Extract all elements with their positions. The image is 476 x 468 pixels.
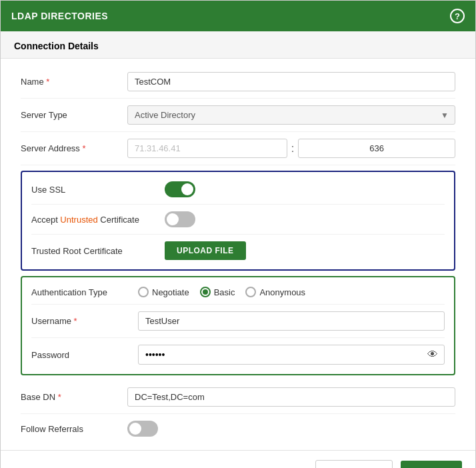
radio-basic[interactable]: Basic [200, 287, 235, 297]
cancel-button[interactable]: CANCEL [315, 460, 392, 468]
auth-type-row: Authentication Type Negotiate Basic [31, 280, 445, 305]
server-type-select-wrapper: Active Directory OpenLDAP ▼ [127, 105, 455, 125]
name-required: * [46, 77, 49, 87]
radio-anonymous-circle [245, 287, 256, 297]
dialog-body: Connection Details Name * Server Type Ac… [1, 31, 475, 450]
server-address-group: : [127, 139, 455, 158]
server-type-select[interactable]: Active Directory OpenLDAP [127, 105, 455, 125]
follow-referrals-row: Follow Referrals [21, 414, 455, 443]
help-icon[interactable]: ? [450, 9, 465, 23]
accept-untrusted-row: Accept Untrusted Certificate [31, 205, 445, 235]
dialog-footer: CANCEL SAVE [1, 450, 475, 468]
follow-referrals-toggle[interactable] [127, 421, 158, 437]
basedn-label: Base DN * [21, 392, 127, 402]
name-row: Name * [21, 65, 455, 99]
auth-type-label: Authentication Type [31, 287, 138, 297]
username-required: * [74, 316, 77, 326]
use-ssl-knob [181, 183, 193, 195]
radio-basic-label: Basic [214, 287, 235, 297]
untrusted-highlight: Untrusted [60, 215, 97, 225]
use-ssl-label: Use SSL [31, 185, 165, 195]
dialog-header: LDAP DIRECTORIES ? [1, 1, 475, 31]
username-row: Username * [31, 305, 445, 338]
auth-type-radio-group: Negotiate Basic Anonymous [138, 287, 305, 297]
radio-anonymous[interactable]: Anonymous [245, 287, 305, 297]
server-address-required: * [83, 143, 86, 153]
password-label: Password [31, 350, 138, 360]
radio-negotiate[interactable]: Negotiate [138, 287, 189, 297]
server-type-label: Server Type [21, 110, 127, 120]
dialog-title: LDAP DIRECTORIES [11, 11, 108, 21]
trusted-root-label: Trusted Root Certificate [31, 246, 165, 256]
form-area: Name * Server Type Active Directory Open… [1, 59, 475, 450]
server-address-label: Server Address * [21, 143, 127, 153]
password-wrapper: 👁 [138, 345, 445, 365]
server-type-row: Server Type Active Directory OpenLDAP ▼ [21, 99, 455, 132]
radio-basic-circle [200, 287, 211, 297]
save-button[interactable]: SAVE [401, 461, 462, 468]
server-address-input[interactable] [127, 139, 287, 158]
follow-referrals-slider [127, 421, 158, 437]
use-ssl-toggle[interactable] [165, 181, 195, 197]
ldap-dialog: LDAP DIRECTORIES ? Connection Details Na… [0, 0, 476, 468]
name-input[interactable] [127, 72, 455, 91]
follow-referrals-label: Follow Referrals [21, 424, 127, 434]
username-input[interactable] [138, 311, 445, 331]
radio-negotiate-label: Negotiate [152, 287, 189, 297]
untrusted-cert-toggle[interactable] [165, 211, 195, 227]
basedn-required: * [58, 392, 61, 402]
password-row: Password 👁 [31, 338, 445, 371]
username-label: Username * [31, 316, 138, 326]
auth-section: Authentication Type Negotiate Basic [21, 276, 455, 375]
password-input[interactable] [138, 345, 445, 365]
section-title: Connection Details [1, 31, 475, 59]
untrusted-cert-knob [167, 213, 179, 225]
name-label: Name * [21, 77, 127, 87]
untrusted-cert-slider [165, 211, 195, 227]
follow-referrals-knob [129, 423, 141, 435]
basedn-row: Base DN * [21, 381, 455, 414]
basedn-input[interactable] [127, 387, 455, 407]
trusted-root-row: Trusted Root Certificate UPLOAD FILE [31, 235, 445, 267]
radio-basic-dot [203, 289, 208, 295]
server-address-row: Server Address * : [21, 132, 455, 165]
use-ssl-row: Use SSL [31, 175, 445, 205]
radio-negotiate-circle [138, 287, 149, 297]
eye-icon[interactable]: 👁 [427, 349, 438, 361]
use-ssl-slider [165, 181, 195, 197]
radio-anonymous-label: Anonymous [259, 287, 305, 297]
colon-separator: : [291, 143, 294, 155]
upload-file-button[interactable]: UPLOAD FILE [165, 241, 246, 260]
ssl-section: Use SSL Accept Untrusted Certificate [21, 171, 455, 271]
accept-untrusted-label: Accept Untrusted Certificate [31, 215, 165, 225]
port-input[interactable] [298, 139, 455, 158]
